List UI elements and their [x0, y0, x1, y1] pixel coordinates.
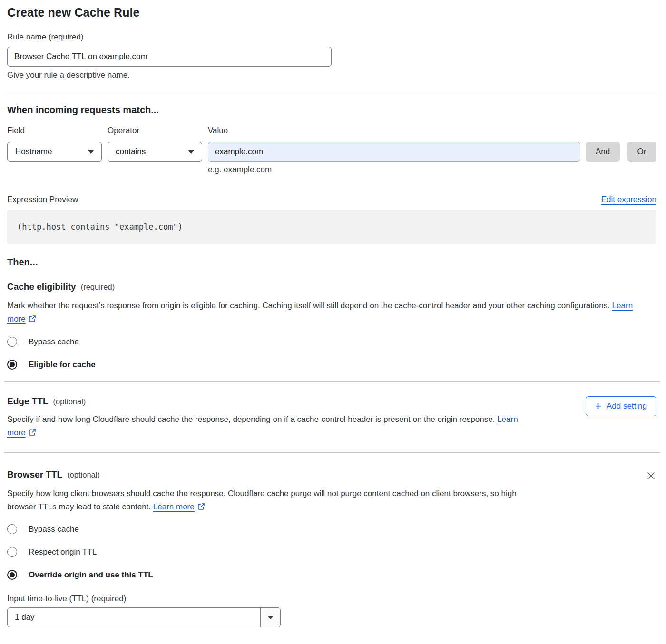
browser-ttl-description: Specify how long client browsers should …	[7, 487, 540, 515]
condition-row: Hostname contains And Or	[7, 142, 656, 162]
or-button[interactable]: Or	[627, 142, 656, 162]
page-title: Create new Cache Rule	[7, 6, 656, 20]
edge-ttl-description: Specify if and how long Cloudflare shoul…	[7, 413, 533, 440]
expression-preview-row: Expression Preview Edit expression	[7, 195, 656, 205]
ttl-select-value: 1 day	[8, 608, 260, 627]
radio-override-origin-ttl-label[interactable]: Override origin and use this TTL	[29, 570, 153, 580]
browser-ttl-optional-note: (optional)	[67, 470, 100, 479]
radio-row-override-origin-ttl: Override origin and use this TTL	[7, 570, 656, 580]
chevron-down-icon	[188, 150, 194, 154]
create-cache-rule-page: Create new Cache Rule Rule name (require…	[0, 0, 666, 636]
chevron-down-icon	[268, 616, 274, 619]
operator-select[interactable]: contains	[108, 142, 202, 162]
field-select[interactable]: Hostname	[7, 142, 102, 162]
browser-ttl-description-text: Specify how long client browsers should …	[7, 489, 517, 511]
browser-ttl-heading: Browser TTL	[7, 469, 62, 480]
value-input[interactable]	[208, 142, 580, 162]
expression-code-box: (http.host contains "example.com")	[7, 210, 656, 244]
add-setting-label: Add setting	[607, 401, 647, 411]
ttl-select-arrow[interactable]	[260, 608, 280, 627]
edge-ttl-heading: Edge TTL	[7, 396, 49, 407]
cache-eligibility-description-text: Mark whether the request’s response from…	[7, 301, 610, 310]
operator-select-value: contains	[116, 147, 146, 156]
close-icon[interactable]	[646, 470, 656, 481]
chevron-down-icon	[88, 150, 94, 154]
cache-eligibility-required-note: (required)	[81, 283, 115, 292]
browser-ttl-learn-more-link[interactable]: Learn more	[153, 502, 195, 511]
external-link-icon	[197, 501, 205, 515]
condition-labels-row: Field Operator Value	[7, 126, 656, 136]
radio-browser-bypass-cache-label[interactable]: Bypass cache	[29, 525, 79, 534]
external-link-icon	[29, 313, 36, 327]
external-link-icon	[29, 427, 36, 440]
and-button[interactable]: And	[586, 142, 620, 162]
rule-name-label: Rule name (required)	[7, 32, 656, 42]
radio-browser-bypass-cache[interactable]	[7, 524, 17, 534]
radio-bypass-cache-label[interactable]: Bypass cache	[29, 337, 79, 347]
radio-row-respect-origin-ttl: Respect origin TTL	[7, 547, 656, 557]
value-helper: e.g. example.com	[208, 165, 656, 175]
rule-name-input[interactable]	[7, 47, 332, 67]
edge-ttl-description-text: Specify if and how long Cloudflare shoul…	[7, 415, 495, 424]
ttl-input-label: Input time-to-live (TTL) (required)	[7, 594, 656, 604]
match-heading: When incoming requests match...	[7, 105, 656, 116]
divider	[4, 92, 660, 92]
divider	[4, 452, 660, 453]
edge-ttl-section: Edge TTL (optional) Specify if and how l…	[7, 396, 656, 440]
divider	[4, 381, 660, 382]
then-heading: Then...	[7, 257, 656, 268]
edit-expression-link[interactable]: Edit expression	[601, 195, 656, 205]
radio-respect-origin-ttl-label[interactable]: Respect origin TTL	[29, 547, 97, 557]
radio-row-bypass-cache: Bypass cache	[7, 337, 656, 347]
radio-bypass-cache[interactable]	[7, 337, 17, 347]
edge-ttl-optional-note: (optional)	[53, 397, 86, 406]
cache-eligibility-heading-row: Cache eligibility (required)	[7, 282, 656, 292]
radio-override-origin-ttl[interactable]	[7, 570, 17, 580]
expression-code: (http.host contains "example.com")	[17, 222, 183, 232]
edge-ttl-content: Edge TTL (optional) Specify if and how l…	[7, 396, 575, 440]
rule-name-section: Rule name (required) Give your rule a de…	[7, 32, 656, 80]
cache-eligibility-description: Mark whether the request’s response from…	[7, 299, 645, 327]
field-select-value: Hostname	[15, 147, 52, 156]
rule-name-helper: Give your rule a descriptive name.	[7, 70, 656, 80]
radio-eligible-for-cache[interactable]	[7, 360, 17, 370]
operator-label: Operator	[108, 126, 208, 136]
value-label: Value	[208, 126, 228, 136]
radio-eligible-for-cache-label[interactable]: Eligible for cache	[29, 360, 96, 370]
edge-ttl-heading-row: Edge TTL (optional)	[7, 396, 575, 407]
browser-ttl-header: Browser TTL (optional)	[7, 469, 656, 481]
add-setting-button[interactable]: + Add setting	[586, 396, 656, 416]
plus-icon: +	[595, 401, 601, 411]
radio-respect-origin-ttl[interactable]	[7, 547, 17, 557]
radio-row-eligible-for-cache: Eligible for cache	[7, 360, 656, 370]
cache-eligibility-heading: Cache eligibility	[7, 282, 76, 292]
expression-preview-label: Expression Preview	[7, 195, 78, 205]
browser-ttl-heading-row: Browser TTL (optional)	[7, 469, 100, 480]
radio-row-browser-bypass-cache: Bypass cache	[7, 524, 656, 534]
ttl-select[interactable]: 1 day	[7, 607, 281, 627]
field-label: Field	[7, 126, 108, 136]
